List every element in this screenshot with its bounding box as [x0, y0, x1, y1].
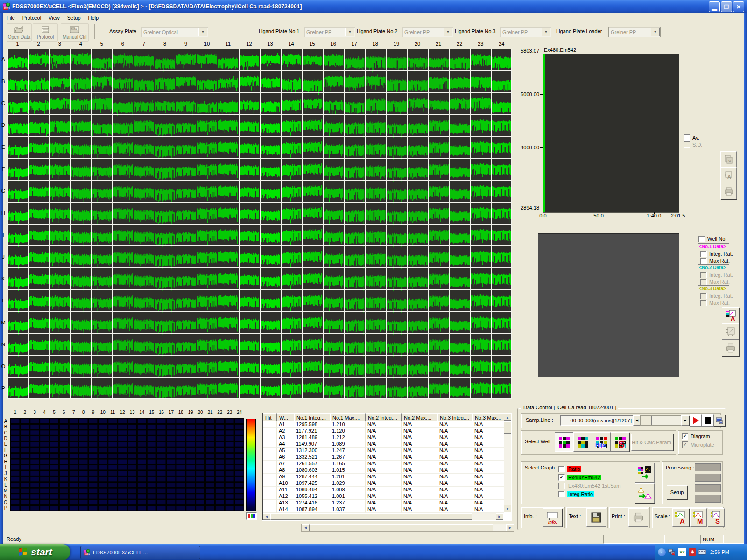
- graph-option-1-checkbox[interactable]: [558, 466, 565, 472]
- no3-option-1-checkbox[interactable]: [700, 293, 707, 299]
- column-header-1[interactable]: Hit: [263, 413, 277, 421]
- open-data-button[interactable]: Open Data: [7, 23, 32, 42]
- stop-button[interactable]: [702, 414, 714, 427]
- menu-setup[interactable]: Setup: [63, 14, 85, 21]
- column-header-5[interactable]: No.2 Integ....: [366, 413, 402, 421]
- color-mode-icon[interactable]: [246, 512, 257, 520]
- no1-option-2-checkbox[interactable]: [700, 258, 707, 264]
- hide-tray-icons-chevron[interactable]: ‹: [658, 548, 666, 556]
- pane-scroll-left-button[interactable]: ◀: [302, 524, 310, 531]
- table-row[interactable]: A31281.4891.212N/AN/AN/AN/A: [263, 434, 504, 441]
- chevron-down-icon[interactable]: ▼: [651, 28, 660, 36]
- text-export-button[interactable]: [586, 508, 606, 527]
- graph-plot-area[interactable]: [543, 54, 679, 213]
- pane-horizontal-scrollbar[interactable]: ◀ ▶: [301, 524, 514, 532]
- plate-field-dropdown[interactable]: Greiner PP▼: [608, 27, 661, 37]
- column-header-3[interactable]: No.1 Integ....: [294, 413, 330, 421]
- chevron-down-icon[interactable]: ▼: [444, 28, 452, 36]
- chevron-down-icon[interactable]: ▼: [345, 28, 354, 36]
- plate-field-dropdown[interactable]: Greiner PP▼: [304, 27, 355, 37]
- manual-ctrl-button[interactable]: ≡ Manual Ctrl: [61, 23, 89, 42]
- no3-option-2-checkbox[interactable]: [700, 300, 707, 306]
- plate-field-dropdown[interactable]: Greiner PP▼: [500, 27, 551, 37]
- table-row[interactable]: A101097.4251.029N/AN/AN/AN/A: [263, 480, 504, 487]
- well-trace-grid[interactable]: [7, 49, 512, 399]
- pane-scroll-thumb[interactable]: [310, 524, 493, 531]
- scroll-right-button[interactable]: ▶: [496, 513, 503, 520]
- samp-line-slider-track[interactable]: [640, 415, 682, 426]
- column-header-4[interactable]: No.1 Max....: [330, 413, 366, 421]
- graph-option-3-checkbox[interactable]: [558, 483, 565, 489]
- select-well-all-button[interactable]: [555, 432, 573, 452]
- graph-option-4-checkbox[interactable]: [558, 491, 565, 497]
- protocol-button[interactable]: Protocol: [33, 23, 58, 42]
- v2-utility-icon[interactable]: V2: [678, 548, 686, 556]
- column-header-8[interactable]: No.3 Max...: [472, 413, 504, 421]
- samp-line-slider-thumb[interactable]: [641, 416, 652, 425]
- microplate-checkbox[interactable]: [682, 441, 688, 448]
- table-row[interactable]: A121055.4121.001N/AN/AN/AN/A: [263, 493, 504, 500]
- menu-view[interactable]: View: [45, 14, 63, 21]
- sd-checkbox[interactable]: [684, 141, 690, 148]
- table-horizontal-scrollbar[interactable]: ◀ ▶: [263, 513, 503, 520]
- scale-manual-button[interactable]: M: [690, 508, 707, 527]
- vertical-scroll-thumb[interactable]: [504, 421, 511, 434]
- plate-field-dropdown[interactable]: Greiner Optical▼: [141, 27, 208, 37]
- column-header-2[interactable]: W...: [277, 413, 294, 421]
- graph-layout-button[interactable]: [635, 463, 655, 483]
- select-well-group-button[interactable]: [573, 432, 592, 452]
- table-row[interactable]: A141087.8941.037N/AN/AN/AN/A: [263, 506, 504, 513]
- play-button[interactable]: [690, 414, 702, 427]
- start-button[interactable]: start: [0, 544, 70, 560]
- pane-scroll-right-button[interactable]: ▶: [506, 524, 514, 531]
- table-row[interactable]: A71261.5571.165N/AN/AN/AN/A: [263, 461, 504, 467]
- print-data-button[interactable]: [722, 340, 739, 356]
- info-button[interactable]: Info.: [543, 508, 562, 527]
- edit-graph-button[interactable]: [722, 323, 739, 340]
- average-checkbox[interactable]: [684, 134, 690, 141]
- table-vertical-scrollbar[interactable]: ▲ ▼: [504, 413, 511, 512]
- graph-annotate-button[interactable]: A: [720, 167, 737, 183]
- no2-option-1-checkbox[interactable]: [700, 272, 707, 278]
- menu-file[interactable]: File: [3, 14, 19, 21]
- print-graph-button[interactable]: [720, 183, 737, 199]
- menu-help[interactable]: Help: [85, 14, 103, 21]
- graph-compare-button[interactable]: [635, 483, 655, 503]
- close-button[interactable]: ✕: [733, 1, 744, 12]
- table-row[interactable]: A61332.5211.267N/AN/AN/AN/A: [263, 454, 504, 461]
- secondary-graph-panel[interactable]: [538, 233, 679, 377]
- security-shield-icon[interactable]: ✚: [689, 548, 696, 556]
- export-movie-button[interactable]: [714, 415, 725, 426]
- graph-option-2-checkbox[interactable]: [558, 474, 565, 481]
- samp-step-forward-button[interactable]: ▶: [681, 415, 689, 426]
- diagram-checkbox[interactable]: [682, 433, 688, 440]
- copy-graph-button[interactable]: C: [720, 151, 737, 168]
- chevron-down-icon[interactable]: ▼: [542, 28, 550, 36]
- table-row[interactable]: A91287.4441.201N/AN/AN/AN/A: [263, 474, 504, 480]
- chevron-down-icon[interactable]: ▼: [198, 28, 207, 36]
- maximize-button[interactable]: ❒: [721, 1, 732, 12]
- select-well-s-button[interactable]: S: [611, 432, 629, 452]
- print-button[interactable]: [628, 508, 648, 527]
- table-row[interactable]: A131274.4161.237N/AN/AN/AN/A: [263, 500, 504, 506]
- scale-set-button[interactable]: S: [708, 508, 725, 527]
- hit-calc-param-button[interactable]: Hit & Calc.Param.: [631, 434, 673, 451]
- select-well-hits-button[interactable]: Hits: [592, 432, 611, 452]
- table-row[interactable]: A111069.4941.008N/AN/AN/AN/A: [263, 487, 504, 493]
- column-header-6[interactable]: No.2 Max....: [402, 413, 437, 421]
- plate-heatmap[interactable]: [10, 418, 244, 511]
- scale-auto-button[interactable]: A: [672, 508, 689, 527]
- scroll-up-button[interactable]: ▲: [504, 413, 511, 421]
- table-row[interactable]: A11295.5981.210N/AN/AN/AN/A: [263, 421, 504, 428]
- no2-option-2-checkbox[interactable]: [700, 279, 707, 285]
- setup-button[interactable]: Setup: [667, 485, 687, 499]
- table-row[interactable]: A51312.3001.247N/AN/AN/AN/A: [263, 448, 504, 454]
- menu-protocol[interactable]: Protocol: [19, 14, 45, 21]
- table-row[interactable]: A41149.9071.089N/AN/AN/AN/A: [263, 441, 504, 448]
- column-header-7[interactable]: No.3 Integ....: [437, 413, 472, 421]
- annotate-data-button[interactable]: A: [722, 307, 739, 323]
- table-row[interactable]: A21177.9211.120N/AN/AN/AN/A: [263, 428, 504, 434]
- keyboard-layout-icon[interactable]: [698, 548, 706, 556]
- scroll-down-button[interactable]: ▼: [504, 505, 511, 512]
- network-offline-icon[interactable]: [668, 548, 676, 556]
